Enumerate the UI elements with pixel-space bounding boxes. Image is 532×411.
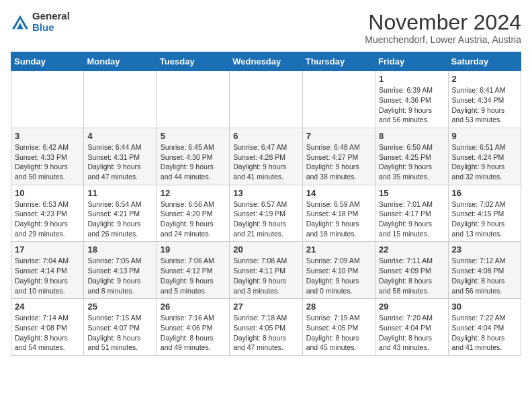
day-info: Sunrise: 6:59 AM Sunset: 4:18 PM Dayligh… (306, 199, 371, 239)
day-number: 10 (15, 188, 80, 198)
calendar-cell: 19Sunrise: 7:06 AM Sunset: 4:12 PM Dayli… (157, 242, 229, 299)
week-row-4: 17Sunrise: 7:04 AM Sunset: 4:14 PM Dayli… (11, 242, 521, 299)
logo-icon (11, 13, 30, 32)
day-info: Sunrise: 7:12 AM Sunset: 4:08 PM Dayligh… (452, 256, 517, 295)
page-header: General Blue November 2024 Muenchendorf,… (11, 11, 521, 45)
weekday-header-friday: Friday (375, 52, 448, 71)
calendar-cell (157, 71, 229, 128)
day-number: 14 (306, 188, 371, 198)
day-info: Sunrise: 7:02 AM Sunset: 4:15 PM Dayligh… (452, 199, 517, 239)
logo: General Blue (11, 11, 70, 33)
day-info: Sunrise: 7:14 AM Sunset: 4:08 PM Dayligh… (15, 313, 80, 353)
day-number: 9 (452, 131, 517, 141)
day-number: 5 (161, 131, 226, 141)
weekday-header-monday: Monday (84, 52, 157, 71)
weekday-header-row: SundayMondayTuesdayWednesdayThursdayFrid… (11, 52, 521, 71)
weekday-header-wednesday: Wednesday (230, 52, 302, 71)
day-number: 30 (452, 302, 517, 312)
calendar-cell: 14Sunrise: 6:59 AM Sunset: 4:18 PM Dayli… (302, 185, 375, 242)
weekday-header-thursday: Thursday (302, 52, 375, 71)
day-info: Sunrise: 6:48 AM Sunset: 4:27 PM Dayligh… (306, 142, 371, 182)
day-number: 11 (87, 188, 152, 198)
day-info: Sunrise: 6:51 AM Sunset: 4:24 PM Dayligh… (452, 142, 517, 182)
day-info: Sunrise: 7:05 AM Sunset: 4:13 PM Dayligh… (87, 256, 152, 295)
day-info: Sunrise: 7:04 AM Sunset: 4:14 PM Dayligh… (15, 256, 80, 295)
calendar-cell: 23Sunrise: 7:12 AM Sunset: 4:08 PM Dayli… (448, 242, 521, 299)
calendar-cell: 16Sunrise: 7:02 AM Sunset: 4:15 PM Dayli… (448, 185, 521, 242)
day-number: 21 (306, 244, 371, 255)
weekday-header-saturday: Saturday (448, 52, 521, 71)
calendar-cell: 11Sunrise: 6:54 AM Sunset: 4:21 PM Dayli… (84, 185, 157, 242)
day-number: 1 (379, 74, 444, 84)
day-info: Sunrise: 7:18 AM Sunset: 4:05 PM Dayligh… (233, 313, 298, 353)
day-info: Sunrise: 6:50 AM Sunset: 4:25 PM Dayligh… (379, 142, 444, 182)
calendar-cell: 4Sunrise: 6:44 AM Sunset: 4:31 PM Daylig… (84, 128, 157, 185)
calendar-cell: 17Sunrise: 7:04 AM Sunset: 4:14 PM Dayli… (11, 242, 84, 299)
day-info: Sunrise: 7:20 AM Sunset: 4:04 PM Dayligh… (379, 313, 444, 353)
day-number: 18 (87, 244, 152, 255)
day-number: 26 (161, 302, 226, 312)
calendar-cell: 25Sunrise: 7:15 AM Sunset: 4:07 PM Dayli… (84, 299, 157, 356)
day-info: Sunrise: 6:56 AM Sunset: 4:20 PM Dayligh… (161, 199, 226, 239)
day-number: 12 (161, 188, 226, 198)
calendar-cell: 10Sunrise: 6:53 AM Sunset: 4:23 PM Dayli… (11, 185, 84, 242)
calendar-cell: 5Sunrise: 6:45 AM Sunset: 4:30 PM Daylig… (157, 128, 229, 185)
month-title: November 2024 (365, 11, 521, 34)
calendar-cell: 27Sunrise: 7:18 AM Sunset: 4:05 PM Dayli… (230, 299, 302, 356)
weekday-header-sunday: Sunday (11, 52, 84, 71)
calendar-cell: 2Sunrise: 6:41 AM Sunset: 4:34 PM Daylig… (448, 71, 521, 128)
day-number: 2 (452, 74, 517, 84)
week-row-1: 1Sunrise: 6:39 AM Sunset: 4:36 PM Daylig… (11, 71, 521, 128)
day-number: 24 (15, 302, 80, 312)
calendar-cell: 20Sunrise: 7:08 AM Sunset: 4:11 PM Dayli… (230, 242, 302, 299)
day-number: 4 (87, 131, 152, 141)
logo-blue-text: Blue (32, 22, 70, 34)
weekday-header-tuesday: Tuesday (157, 52, 229, 71)
logo-general-text: General (32, 11, 70, 22)
calendar-cell: 28Sunrise: 7:19 AM Sunset: 4:05 PM Dayli… (302, 299, 375, 356)
day-info: Sunrise: 7:08 AM Sunset: 4:11 PM Dayligh… (233, 256, 298, 295)
day-info: Sunrise: 7:15 AM Sunset: 4:07 PM Dayligh… (87, 313, 152, 353)
day-info: Sunrise: 7:09 AM Sunset: 4:10 PM Dayligh… (306, 256, 371, 295)
day-number: 23 (452, 244, 517, 255)
calendar-cell: 12Sunrise: 6:56 AM Sunset: 4:20 PM Dayli… (157, 185, 229, 242)
location-subtitle: Muenchendorf, Lower Austria, Austria (365, 34, 521, 45)
day-info: Sunrise: 7:22 AM Sunset: 4:04 PM Dayligh… (452, 313, 517, 353)
week-row-2: 3Sunrise: 6:42 AM Sunset: 4:33 PM Daylig… (11, 128, 521, 185)
day-number: 13 (233, 188, 298, 198)
day-info: Sunrise: 6:39 AM Sunset: 4:36 PM Dayligh… (379, 85, 444, 125)
week-row-5: 24Sunrise: 7:14 AM Sunset: 4:08 PM Dayli… (11, 299, 521, 356)
calendar-cell: 26Sunrise: 7:16 AM Sunset: 4:06 PM Dayli… (157, 299, 229, 356)
day-info: Sunrise: 7:01 AM Sunset: 4:17 PM Dayligh… (379, 199, 444, 239)
calendar-cell: 21Sunrise: 7:09 AM Sunset: 4:10 PM Dayli… (302, 242, 375, 299)
calendar-cell: 1Sunrise: 6:39 AM Sunset: 4:36 PM Daylig… (375, 71, 448, 128)
day-info: Sunrise: 6:57 AM Sunset: 4:19 PM Dayligh… (233, 199, 298, 239)
day-number: 22 (379, 244, 444, 255)
day-number: 17 (15, 244, 80, 255)
day-info: Sunrise: 6:44 AM Sunset: 4:31 PM Dayligh… (87, 142, 152, 182)
calendar-cell (84, 71, 157, 128)
calendar-cell (11, 71, 84, 128)
calendar-cell: 6Sunrise: 6:47 AM Sunset: 4:28 PM Daylig… (230, 128, 302, 185)
day-info: Sunrise: 7:11 AM Sunset: 4:09 PM Dayligh… (379, 256, 444, 295)
day-number: 8 (379, 131, 444, 141)
day-number: 6 (233, 131, 298, 141)
day-info: Sunrise: 7:16 AM Sunset: 4:06 PM Dayligh… (161, 313, 226, 353)
week-row-3: 10Sunrise: 6:53 AM Sunset: 4:23 PM Dayli… (11, 185, 521, 242)
day-info: Sunrise: 6:45 AM Sunset: 4:30 PM Dayligh… (161, 142, 226, 182)
calendar-cell (302, 71, 375, 128)
calendar-table: SundayMondayTuesdayWednesdayThursdayFrid… (11, 52, 521, 356)
day-info: Sunrise: 6:47 AM Sunset: 4:28 PM Dayligh… (233, 142, 298, 182)
day-info: Sunrise: 6:41 AM Sunset: 4:34 PM Dayligh… (452, 85, 517, 125)
calendar-cell: 9Sunrise: 6:51 AM Sunset: 4:24 PM Daylig… (448, 128, 521, 185)
calendar-cell: 3Sunrise: 6:42 AM Sunset: 4:33 PM Daylig… (11, 128, 84, 185)
calendar-cell: 30Sunrise: 7:22 AM Sunset: 4:04 PM Dayli… (448, 299, 521, 356)
calendar-cell: 29Sunrise: 7:20 AM Sunset: 4:04 PM Dayli… (375, 299, 448, 356)
day-number: 20 (233, 244, 298, 255)
day-number: 27 (233, 302, 298, 312)
day-number: 29 (379, 302, 444, 312)
day-info: Sunrise: 6:54 AM Sunset: 4:21 PM Dayligh… (87, 199, 152, 239)
day-number: 25 (87, 302, 152, 312)
calendar-cell: 18Sunrise: 7:05 AM Sunset: 4:13 PM Dayli… (84, 242, 157, 299)
day-number: 15 (379, 188, 444, 198)
